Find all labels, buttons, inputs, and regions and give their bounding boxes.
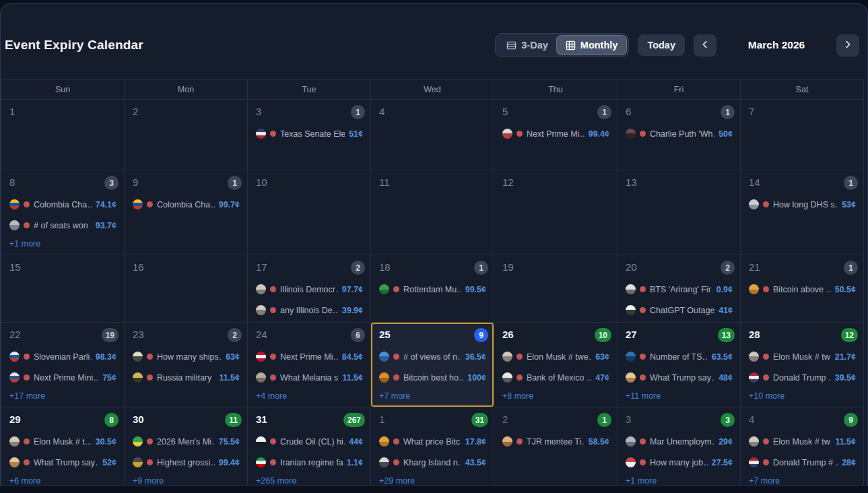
live-dot-icon <box>24 222 30 228</box>
more-events-link[interactable]: +1 more <box>626 476 733 486</box>
calendar-cell[interactable]: 1 <box>1 100 125 170</box>
event-item[interactable]: What Trump say… 52¢ <box>9 455 116 469</box>
event-item[interactable]: BTS 'Arirang' Fir… 0.9¢ <box>626 282 733 296</box>
calendar-cell[interactable]: 29 8 Elon Musk # t… 30.5¢ What Trump say… <box>1 407 125 486</box>
event-item[interactable]: What Trump say… 48¢ <box>626 370 733 385</box>
calendar-cell[interactable]: 20 2 BTS 'Arirang' Fir… 0.9¢ ChatGPT Out… <box>617 255 741 323</box>
event-item[interactable]: Elon Musk # tw… 11.5¢ <box>749 434 856 449</box>
calendar-cell[interactable]: 19 <box>494 255 617 323</box>
event-item[interactable]: Iranian regime fa… 1.1¢ <box>256 455 363 469</box>
calendar-cell[interactable]: 13 <box>617 170 741 255</box>
more-events-link[interactable]: +265 more <box>256 476 363 486</box>
calendar-cell[interactable]: 22 19 Slovenian Parli… 98.3¢ Next Prime … <box>1 323 125 407</box>
event-item[interactable]: TJR mentee Ti… 58.5¢ <box>502 434 609 449</box>
event-item[interactable]: # of seats won … 93.7¢ <box>9 218 116 232</box>
event-item[interactable]: Illinois Democr… 97.7¢ <box>256 282 363 296</box>
more-events-link[interactable]: +4 more <box>256 391 363 401</box>
calendar-cell[interactable]: 6 1 Charlie Puth 'Wh… 50¢ <box>617 100 741 170</box>
calendar-cell[interactable]: 7 <box>741 100 864 170</box>
event-title: How many job… <box>650 458 708 467</box>
event-item[interactable]: Next Prime Mi… 99.4¢ <box>502 127 609 141</box>
tennis-ball-icon <box>379 284 389 294</box>
calendar-cell[interactable]: 23 2 How many ships… 63¢ Russia military… <box>125 323 248 407</box>
event-item[interactable]: Mar Unemploym… 29¢ <box>626 434 733 449</box>
event-item[interactable]: Crude Oil (CL) hi… 44¢ <box>256 434 363 449</box>
more-events-link[interactable]: +11 more <box>626 391 733 401</box>
calendar-cell[interactable]: 28 12 Elon Musk # tw… 21.7¢ Donald Trump… <box>741 323 864 407</box>
event-item[interactable]: Slovenian Parli… 98.3¢ <box>9 350 116 364</box>
today-button[interactable]: Today <box>638 34 685 56</box>
event-item[interactable]: any Illinois De… 39.9¢ <box>256 303 363 317</box>
event-item[interactable]: Donald Trump … 39.5¢ <box>749 370 856 385</box>
event-item[interactable]: Donald Trump # … 28¢ <box>749 455 856 469</box>
calendar-cell[interactable]: 30 11 2026 Men's Mi… 75.5¢ Highest gross… <box>125 407 248 486</box>
event-item[interactable]: What Melania s… 11.5¢ <box>256 370 363 385</box>
calendar-cell[interactable]: 3 1 Texas Senate Ele… 51¢ <box>248 100 371 170</box>
event-item[interactable]: How many job… 27.5¢ <box>626 455 733 469</box>
event-item[interactable]: Texas Senate Ele… 51¢ <box>256 127 363 141</box>
calendar-cell[interactable]: 14 1 How long DHS s… 53¢ <box>741 170 864 255</box>
event-item[interactable]: 2026 Men's Mi… 75.5¢ <box>133 434 240 449</box>
more-events-link[interactable]: +17 more <box>9 391 116 401</box>
calendar-cell[interactable]: 16 <box>125 255 248 323</box>
event-item[interactable]: Bitcoin above … 50.5¢ <box>749 282 856 296</box>
politician-avatar-icon <box>502 129 512 139</box>
event-item[interactable]: Highest grossi… 99.4¢ <box>133 455 240 469</box>
calendar-cell[interactable]: 11 <box>371 170 494 255</box>
event-item[interactable]: # of views of n… 36.5¢ <box>379 350 486 364</box>
more-events-link[interactable]: +6 more <box>9 476 116 486</box>
calendar-cell[interactable]: 18 1 Rotterdam Mu… 99.5¢ <box>371 255 494 323</box>
calendar-cell[interactable]: 25 9 # of views of n… 36.5¢ Bitcoin best… <box>371 323 494 407</box>
more-events-link[interactable]: +10 more <box>749 391 856 401</box>
calendar-cell[interactable]: 4 9 Elon Musk # tw… 11.5¢ Donald Trump #… <box>741 407 864 486</box>
event-item[interactable]: How long DHS s… 53¢ <box>749 197 856 211</box>
event-item[interactable]: Kharg Island n… 43.5¢ <box>379 455 486 469</box>
calendar-cell[interactable]: 24 6 Next Prime Mi… 84.5¢ What Melania s… <box>248 323 371 407</box>
next-month-button[interactable] <box>836 34 859 57</box>
event-item[interactable]: Elon Musk # t… 30.5¢ <box>9 434 116 449</box>
event-item[interactable]: Bank of Mexico … 47¢ <box>502 370 609 385</box>
calendar-cell[interactable]: 3 3 Mar Unemploym… 29¢ How many job… 27.… <box>617 407 741 486</box>
event-list: Crude Oil (CL) hi… 44¢ Iranian regime fa… <box>256 434 363 469</box>
more-events-link[interactable]: +7 more <box>379 391 486 401</box>
event-count-badge: 13 <box>718 328 735 342</box>
more-events-link[interactable]: +9 more <box>133 476 240 486</box>
calendar-cell[interactable]: 10 <box>248 170 371 255</box>
calendar-cell[interactable]: 21 1 Bitcoin above … 50.5¢ <box>741 255 864 323</box>
event-item[interactable]: ChatGPT Outage… 41¢ <box>626 303 733 317</box>
view-3day-button[interactable]: 3-Day <box>498 36 557 55</box>
event-item[interactable]: How many ships… 63¢ <box>133 350 240 364</box>
more-events-link[interactable]: +29 more <box>379 476 486 486</box>
event-item[interactable]: Number of TS… 63.5¢ <box>626 350 733 364</box>
calendar-cell[interactable]: 27 13 Number of TS… 63.5¢ What Trump say… <box>617 323 741 407</box>
calendar-cell[interactable]: 8 3 Colombia Cha… 74.1¢ # of seats won …… <box>1 170 125 255</box>
more-events-link[interactable]: +7 more <box>749 476 856 486</box>
view-monthly-button[interactable]: Monthly <box>557 36 627 55</box>
calendar-cell[interactable]: 2 <box>125 100 248 170</box>
event-title: Elon Musk # tw… <box>773 352 831 362</box>
calendar-cell[interactable]: 9 1 Colombia Cha… 99.7¢ <box>125 170 248 255</box>
calendar-cell[interactable]: 31 267 Crude Oil (CL) hi… 44¢ Iranian re… <box>248 407 371 486</box>
calendar-cell[interactable]: 17 2 Illinois Democr… 97.7¢ any Illinois… <box>248 255 371 323</box>
event-item[interactable]: Charlie Puth 'Wh… 50¢ <box>626 127 733 141</box>
event-item[interactable]: Colombia Cha… 99.7¢ <box>133 197 240 211</box>
more-events-link[interactable]: +1 more <box>9 239 116 249</box>
calendar-cell[interactable]: 26 10 Elon Musk # twe… 63¢ Bank of Mexic… <box>494 323 617 407</box>
calendar-cell[interactable]: 1 31 What price Bitc… 17.8¢ Kharg Island… <box>371 407 494 486</box>
calendar-cell[interactable]: 4 <box>371 100 494 170</box>
event-item[interactable]: Russia military … 11.5¢ <box>133 370 240 385</box>
event-item[interactable]: Colombia Cha… 74.1¢ <box>9 197 116 211</box>
event-item[interactable]: Next Prime Mini… 75¢ <box>9 370 116 385</box>
event-item[interactable]: Rotterdam Mu… 99.5¢ <box>379 282 486 296</box>
calendar-cell[interactable]: 12 <box>494 170 617 255</box>
prev-month-button[interactable] <box>694 34 716 57</box>
event-item[interactable]: Elon Musk # twe… 63¢ <box>502 350 609 364</box>
event-item[interactable]: Elon Musk # tw… 21.7¢ <box>749 350 856 364</box>
calendar-cell[interactable]: 5 1 Next Prime Mi… 99.4¢ <box>494 100 617 170</box>
event-item[interactable]: Bitcoin best ho… 100¢ <box>379 370 486 385</box>
event-item[interactable]: What price Bitc… 17.8¢ <box>379 434 486 449</box>
event-item[interactable]: Next Prime Mi… 84.5¢ <box>256 350 363 364</box>
more-events-link[interactable]: +8 more <box>502 391 609 401</box>
calendar-cell[interactable]: 15 <box>1 255 125 323</box>
calendar-cell[interactable]: 2 1 TJR mentee Ti… 58.5¢ <box>494 407 617 486</box>
